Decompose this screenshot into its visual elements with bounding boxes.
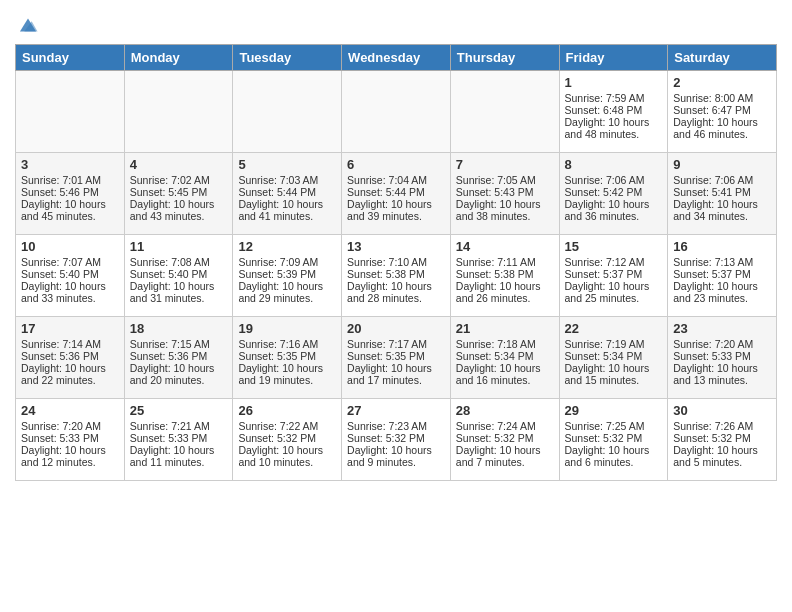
cell-content: and 22 minutes. (21, 374, 119, 386)
day-number: 25 (130, 403, 228, 418)
cell-content: and 23 minutes. (673, 292, 771, 304)
calendar-cell: 7Sunrise: 7:05 AMSunset: 5:43 PMDaylight… (450, 153, 559, 235)
calendar-cell: 2Sunrise: 8:00 AMSunset: 6:47 PMDaylight… (668, 71, 777, 153)
day-number: 17 (21, 321, 119, 336)
weekday-header-row: SundayMondayTuesdayWednesdayThursdayFrid… (16, 45, 777, 71)
calendar-cell: 17Sunrise: 7:14 AMSunset: 5:36 PMDayligh… (16, 317, 125, 399)
cell-content: and 20 minutes. (130, 374, 228, 386)
cell-content: Sunset: 5:34 PM (565, 350, 663, 362)
week-row-1: 3Sunrise: 7:01 AMSunset: 5:46 PMDaylight… (16, 153, 777, 235)
cell-content: Sunset: 5:46 PM (21, 186, 119, 198)
day-number: 21 (456, 321, 554, 336)
calendar-cell (124, 71, 233, 153)
cell-content: Sunset: 5:44 PM (238, 186, 336, 198)
cell-content: Sunset: 5:40 PM (130, 268, 228, 280)
weekday-header-thursday: Thursday (450, 45, 559, 71)
header (15, 10, 777, 36)
cell-content: and 48 minutes. (565, 128, 663, 140)
cell-content: and 10 minutes. (238, 456, 336, 468)
calendar-cell: 13Sunrise: 7:10 AMSunset: 5:38 PMDayligh… (342, 235, 451, 317)
calendar-cell (450, 71, 559, 153)
cell-content: Sunrise: 7:12 AM (565, 256, 663, 268)
weekday-header-monday: Monday (124, 45, 233, 71)
cell-content: Daylight: 10 hours (347, 362, 445, 374)
day-number: 5 (238, 157, 336, 172)
calendar-cell: 24Sunrise: 7:20 AMSunset: 5:33 PMDayligh… (16, 399, 125, 481)
calendar-cell: 16Sunrise: 7:13 AMSunset: 5:37 PMDayligh… (668, 235, 777, 317)
cell-content: and 5 minutes. (673, 456, 771, 468)
cell-content: Sunset: 5:36 PM (21, 350, 119, 362)
cell-content: Daylight: 10 hours (238, 362, 336, 374)
cell-content: Sunset: 5:45 PM (130, 186, 228, 198)
calendar-cell: 3Sunrise: 7:01 AMSunset: 5:46 PMDaylight… (16, 153, 125, 235)
calendar-cell: 18Sunrise: 7:15 AMSunset: 5:36 PMDayligh… (124, 317, 233, 399)
cell-content: Sunset: 5:37 PM (673, 268, 771, 280)
calendar-cell: 14Sunrise: 7:11 AMSunset: 5:38 PMDayligh… (450, 235, 559, 317)
cell-content: Sunrise: 7:03 AM (238, 174, 336, 186)
cell-content: Daylight: 10 hours (673, 362, 771, 374)
cell-content: and 19 minutes. (238, 374, 336, 386)
cell-content: and 17 minutes. (347, 374, 445, 386)
weekday-header-tuesday: Tuesday (233, 45, 342, 71)
cell-content: Daylight: 10 hours (21, 444, 119, 456)
cell-content: Daylight: 10 hours (456, 280, 554, 292)
day-number: 4 (130, 157, 228, 172)
page-container: SundayMondayTuesdayWednesdayThursdayFrid… (0, 0, 792, 491)
cell-content: Sunset: 5:44 PM (347, 186, 445, 198)
day-number: 11 (130, 239, 228, 254)
cell-content: Sunrise: 7:26 AM (673, 420, 771, 432)
day-number: 27 (347, 403, 445, 418)
calendar-cell: 4Sunrise: 7:02 AMSunset: 5:45 PMDaylight… (124, 153, 233, 235)
logo-text (15, 14, 39, 36)
week-row-0: 1Sunrise: 7:59 AMSunset: 6:48 PMDaylight… (16, 71, 777, 153)
day-number: 3 (21, 157, 119, 172)
cell-content: Daylight: 10 hours (347, 444, 445, 456)
cell-content: Daylight: 10 hours (130, 444, 228, 456)
day-number: 28 (456, 403, 554, 418)
cell-content: Sunrise: 7:18 AM (456, 338, 554, 350)
cell-content: Daylight: 10 hours (130, 198, 228, 210)
cell-content: Sunset: 5:32 PM (456, 432, 554, 444)
cell-content: Sunset: 5:33 PM (130, 432, 228, 444)
cell-content: Sunrise: 7:19 AM (565, 338, 663, 350)
day-number: 8 (565, 157, 663, 172)
cell-content: Sunrise: 7:01 AM (21, 174, 119, 186)
calendar-cell: 6Sunrise: 7:04 AMSunset: 5:44 PMDaylight… (342, 153, 451, 235)
cell-content: and 25 minutes. (565, 292, 663, 304)
day-number: 9 (673, 157, 771, 172)
day-number: 19 (238, 321, 336, 336)
calendar-cell: 27Sunrise: 7:23 AMSunset: 5:32 PMDayligh… (342, 399, 451, 481)
cell-content: Sunset: 6:47 PM (673, 104, 771, 116)
day-number: 29 (565, 403, 663, 418)
cell-content: Sunset: 5:32 PM (673, 432, 771, 444)
cell-content: Sunrise: 7:17 AM (347, 338, 445, 350)
cell-content: Sunset: 6:48 PM (565, 104, 663, 116)
cell-content: Daylight: 10 hours (238, 444, 336, 456)
cell-content: and 39 minutes. (347, 210, 445, 222)
cell-content: Sunrise: 7:22 AM (238, 420, 336, 432)
cell-content: and 28 minutes. (347, 292, 445, 304)
weekday-header-friday: Friday (559, 45, 668, 71)
cell-content: Sunrise: 7:20 AM (673, 338, 771, 350)
cell-content: Sunrise: 7:20 AM (21, 420, 119, 432)
calendar-cell: 22Sunrise: 7:19 AMSunset: 5:34 PMDayligh… (559, 317, 668, 399)
cell-content: and 15 minutes. (565, 374, 663, 386)
cell-content: Sunset: 5:39 PM (238, 268, 336, 280)
cell-content: Daylight: 10 hours (565, 362, 663, 374)
cell-content: Sunrise: 7:16 AM (238, 338, 336, 350)
cell-content: Daylight: 10 hours (673, 280, 771, 292)
day-number: 12 (238, 239, 336, 254)
cell-content: Daylight: 10 hours (456, 444, 554, 456)
cell-content: and 46 minutes. (673, 128, 771, 140)
cell-content: and 43 minutes. (130, 210, 228, 222)
week-row-2: 10Sunrise: 7:07 AMSunset: 5:40 PMDayligh… (16, 235, 777, 317)
cell-content: Sunrise: 7:14 AM (21, 338, 119, 350)
cell-content: Sunrise: 7:13 AM (673, 256, 771, 268)
cell-content: Sunset: 5:33 PM (673, 350, 771, 362)
day-number: 15 (565, 239, 663, 254)
calendar-cell: 9Sunrise: 7:06 AMSunset: 5:41 PMDaylight… (668, 153, 777, 235)
cell-content: Sunrise: 7:09 AM (238, 256, 336, 268)
cell-content: Daylight: 10 hours (21, 198, 119, 210)
cell-content: Sunrise: 7:11 AM (456, 256, 554, 268)
day-number: 26 (238, 403, 336, 418)
